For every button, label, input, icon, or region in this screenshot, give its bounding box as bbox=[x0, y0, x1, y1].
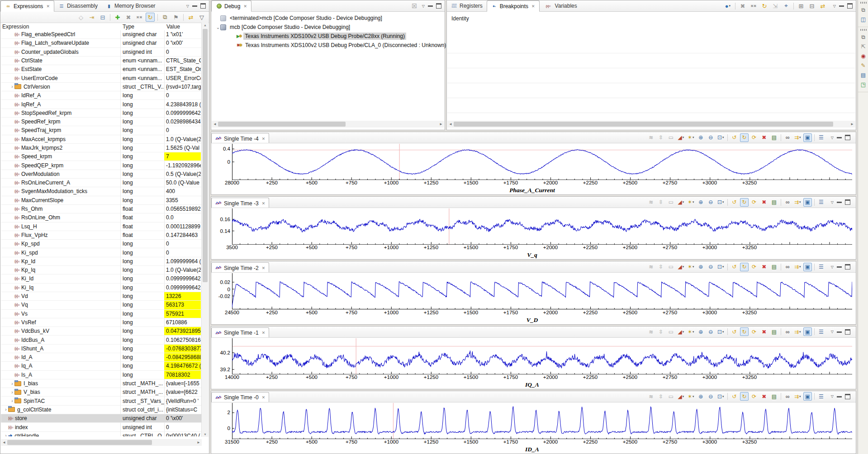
debug-horizontal-scrollbar[interactable]: ◄► bbox=[212, 121, 444, 128]
display-properties-icon[interactable]: ☰ bbox=[817, 133, 825, 142]
profile-view-icon[interactable]: ◉ bbox=[859, 52, 868, 60]
maximize-icon[interactable] bbox=[845, 199, 850, 205]
zoom-in-icon[interactable]: ⊕ bbox=[697, 392, 705, 401]
scrollbar-track[interactable] bbox=[218, 122, 438, 127]
minimize-icon[interactable] bbox=[839, 5, 844, 8]
flush-buffer-icon[interactable]: ✖ bbox=[760, 392, 768, 401]
table-row[interactable]: (x)=Flag_Latch_softwareUpdateunsigned ch… bbox=[1, 39, 202, 47]
table-row[interactable]: ›➔ctrlHandlestruct _CTRL_O...0x00013C40 … bbox=[1, 432, 202, 436]
zoom-out-icon[interactable]: ⊖ bbox=[707, 198, 715, 207]
zoom-in-icon[interactable]: ⊕ bbox=[697, 327, 705, 336]
tab-single-time-3[interactable]: Single Time -3✕ bbox=[211, 198, 269, 208]
drag-handle[interactable] bbox=[860, 29, 867, 31]
display-properties-icon[interactable]: ☰ bbox=[817, 392, 825, 401]
dropdown-caret-icon[interactable]: ▾ bbox=[683, 395, 684, 398]
zoom-out-icon[interactable]: ⊖ bbox=[707, 392, 715, 401]
debug-tree-row[interactable]: <terminated>mcb [Code Composer Studio - … bbox=[211, 14, 445, 23]
new-breakpoint-icon[interactable]: ●▾ bbox=[723, 1, 732, 10]
continuous-refresh-icon[interactable]: ↻ bbox=[740, 392, 749, 401]
table-row[interactable]: (x)=Speed_krpmlong7 bbox=[1, 152, 202, 161]
transfer-data-icon[interactable]: ⇉▾ bbox=[793, 198, 802, 207]
waveform-plot[interactable] bbox=[232, 403, 852, 439]
close-icon[interactable]: ✕ bbox=[262, 266, 266, 270]
minimize-icon[interactable] bbox=[192, 5, 197, 8]
expand-all-icon[interactable]: ⊞ bbox=[797, 1, 806, 10]
sync-lock-icon[interactable]: ▣ bbox=[803, 392, 812, 401]
zoom-out-icon[interactable]: ⊖ bbox=[707, 263, 715, 271]
table-row[interactable]: (x)=EstStateenum <unnam...EST_State_On bbox=[1, 65, 202, 74]
data-log-icon[interactable]: ▤ bbox=[770, 198, 778, 207]
data-log-icon[interactable]: ▤ bbox=[770, 263, 778, 271]
restore-view-icon[interactable]: ⧉ bbox=[859, 33, 868, 41]
dropdown-caret-icon[interactable]: ▾ bbox=[729, 4, 731, 8]
dropdown-caret-icon[interactable]: ▾ bbox=[722, 330, 724, 334]
table-row[interactable]: (x)=SpeedRef_krpmlong0.0298986434 bbox=[1, 118, 202, 126]
scrollbar-thumb[interactable] bbox=[454, 122, 833, 127]
table-row[interactable]: (x)=Kp_Iqlong1.0 (Q-Value(2 bbox=[1, 266, 202, 274]
tab-single-time-0[interactable]: Single Time -0✕ bbox=[211, 392, 269, 402]
scroll-right-arrow-icon[interactable]: ► bbox=[849, 122, 855, 126]
minimize-icon[interactable] bbox=[837, 202, 842, 204]
table-row[interactable]: (x)=StopSpeedRef_krpmlong0.0999999642 bbox=[1, 109, 202, 118]
remove-breakpoint-icon[interactable]: ✖ bbox=[738, 1, 747, 10]
transfer-data-icon[interactable]: ⇉▾ bbox=[793, 392, 802, 401]
maximize-icon[interactable] bbox=[436, 3, 441, 9]
goto-breakpoint-icon[interactable]: ⌖ bbox=[782, 1, 791, 10]
table-row[interactable]: (x)=MaxCurrentSlopelong3355 bbox=[1, 196, 202, 205]
dropdown-caret-icon[interactable]: ▾ bbox=[799, 265, 801, 269]
table-row[interactable]: (x)=Flux_VpHzfloat0.147284463 bbox=[1, 231, 202, 240]
reset-display-icon[interactable]: ↺ bbox=[730, 263, 739, 271]
zoom-in-icon[interactable]: ⊕ bbox=[697, 198, 705, 207]
tab-registers[interactable]: 10100101Registers bbox=[447, 0, 487, 11]
table-row[interactable]: (x)=IShunt_Along-0.0768303877 bbox=[1, 345, 202, 353]
reset-display-icon[interactable]: ↺ bbox=[730, 392, 739, 401]
table-row[interactable]: (x)=Counter_updateGlobalsunsigned int0 bbox=[1, 48, 202, 57]
table-row[interactable]: (x)=Kp_Idlong1.099999964 ( bbox=[1, 257, 202, 266]
trace-view-icon[interactable]: ⇱ bbox=[859, 43, 868, 50]
measurement-marker-icon[interactable]: ◢▾ bbox=[677, 327, 685, 336]
flush-buffer-icon[interactable]: ✖ bbox=[760, 327, 768, 336]
paint-view-icon[interactable]: ✎ bbox=[859, 61, 868, 69]
table-row[interactable]: (x)=MaxAccel_krpmpslong1.0 (Q-Value(2 bbox=[1, 135, 202, 144]
plot-area[interactable] bbox=[232, 273, 852, 309]
column-header-expression[interactable]: Expression bbox=[2, 24, 29, 30]
minimize-icon[interactable] bbox=[837, 331, 842, 334]
measurement-marker-icon[interactable]: ◢▾ bbox=[677, 198, 685, 207]
debug-tree-row[interactable]: ⌄mcb [Code Composer Studio - Device Debu… bbox=[211, 23, 445, 32]
waterfall-view-icon[interactable]: ≋ bbox=[647, 392, 655, 401]
refresh-all-icon[interactable]: ⇄ bbox=[186, 13, 195, 22]
align-cursor-icon[interactable]: ⇳ bbox=[657, 133, 665, 142]
dropdown-caret-icon[interactable]: ▾ bbox=[683, 200, 684, 204]
column-header-type[interactable]: Type bbox=[123, 24, 134, 30]
table-row[interactable]: (x)=CtrlStateenum <unnam...CTRL_State_C bbox=[1, 57, 202, 65]
find-icon[interactable]: ∞ bbox=[783, 392, 792, 401]
maximize-icon[interactable] bbox=[847, 3, 853, 9]
close-icon[interactable]: ✕ bbox=[531, 4, 535, 9]
restore-view-icon[interactable]: ⧉ bbox=[859, 6, 868, 14]
maximize-icon[interactable] bbox=[845, 394, 850, 399]
dropdown-caret-icon[interactable]: ▾ bbox=[683, 265, 684, 269]
view-menu-icon[interactable]: ▽ bbox=[833, 4, 836, 8]
expressions-horizontal-scrollbar[interactable]: ◄► bbox=[1, 439, 202, 446]
dropdown-caret-icon[interactable]: ▾ bbox=[799, 395, 801, 398]
refresh-icon[interactable]: ↻ bbox=[146, 13, 155, 22]
zoom-box-icon[interactable]: ⊡▾ bbox=[716, 133, 725, 142]
table-row[interactable]: (x)=SvgenMaxModulation_tickslong400 bbox=[1, 187, 202, 196]
maximize-icon[interactable] bbox=[845, 329, 850, 335]
scroll-up-arrow-icon[interactable]: ▲ bbox=[202, 24, 209, 27]
insert-marker-icon[interactable]: ✶▾ bbox=[687, 392, 695, 401]
dropdown-caret-icon[interactable]: ▾ bbox=[683, 136, 684, 139]
waterfall-view-icon[interactable]: ≋ bbox=[647, 263, 655, 271]
sync-lock-icon[interactable]: ▣ bbox=[803, 263, 812, 271]
table-row[interactable]: (x)=IdRef_Along0 bbox=[1, 91, 202, 100]
measurement-marker-icon[interactable]: ◢▾ bbox=[677, 263, 685, 271]
scrollbar-track[interactable] bbox=[7, 440, 195, 445]
table-row[interactable]: (x)=Lsq_Hfloat0.0001128899 bbox=[1, 222, 202, 231]
refresh-icon[interactable]: ⟳ bbox=[750, 198, 759, 207]
measurement-marker-icon[interactable]: ◢▾ bbox=[677, 133, 685, 142]
insert-marker-icon[interactable]: ✶▾ bbox=[687, 198, 695, 207]
table-row[interactable]: ›CtrlVersionstruct _CTRL_V...{rsvd=107,t… bbox=[1, 83, 202, 91]
remove-all-expressions-icon[interactable]: ✖✖ bbox=[135, 13, 144, 22]
table-row[interactable]: ›V_biasstruct _MATH_...{value=[6622 bbox=[1, 388, 202, 397]
close-icon[interactable]: ✕ bbox=[46, 4, 50, 9]
